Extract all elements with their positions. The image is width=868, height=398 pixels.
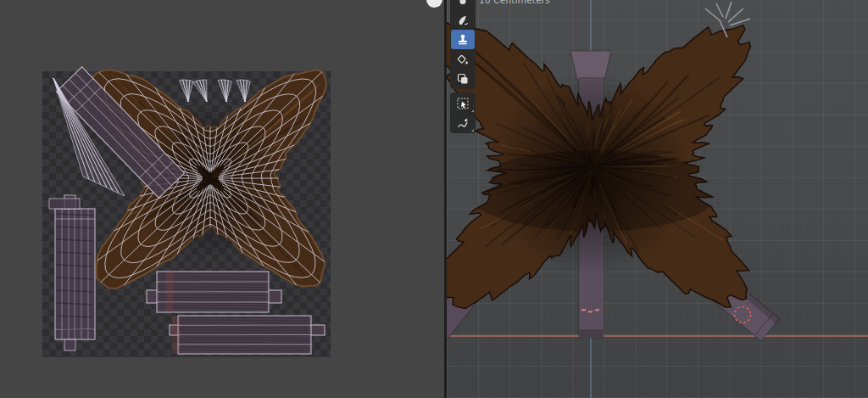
plank-group-1[interactable]: [147, 272, 281, 312]
smear-icon: [456, 14, 470, 27]
tool-annotate-button[interactable]: [451, 113, 475, 132]
tool-options-indicator: [471, 109, 474, 112]
seam-mark: [595, 309, 599, 311]
tool-group: [450, 92, 476, 133]
tool-clone-button[interactable]: [451, 30, 475, 49]
uv-islands-canvas: [0, 0, 444, 398]
texture-paint-workspace: { "viewport": { "scale_label": "10 Centi…: [0, 0, 868, 398]
tool-fill-button[interactable]: [451, 49, 475, 69]
paint-bucket-icon: [456, 53, 470, 66]
viewport-3d[interactable]: 10 Centimeters: [447, 0, 868, 398]
seam-mark: [588, 311, 593, 313]
tool-options-indicator: [471, 129, 474, 132]
plank-group-2[interactable]: [170, 316, 325, 354]
tool-select-box-button[interactable]: [451, 93, 475, 113]
tool-group: [450, 0, 476, 89]
pelt-x-island[interactable]: [93, 70, 326, 289]
paint-toolbar: [450, 0, 476, 133]
annotate-pen-icon: [456, 116, 470, 130]
grid-scale-label: 10 Centimeters: [479, 0, 550, 5]
scene-canvas: [447, 0, 868, 398]
brush-icon: [456, 0, 470, 8]
pole-strip[interactable]: [49, 195, 95, 350]
mask-icon: [456, 72, 470, 86]
tool-smear-button[interactable]: [451, 10, 475, 30]
tool-draw-button[interactable]: [451, 0, 475, 10]
stamp-icon: [456, 33, 470, 47]
seam-mark: [581, 309, 586, 311]
tool-mask-button[interactable]: [451, 69, 475, 88]
uv-image-editor[interactable]: [0, 0, 444, 398]
select-box-icon: [456, 97, 470, 110]
small-fan-islands[interactable]: [180, 80, 251, 102]
